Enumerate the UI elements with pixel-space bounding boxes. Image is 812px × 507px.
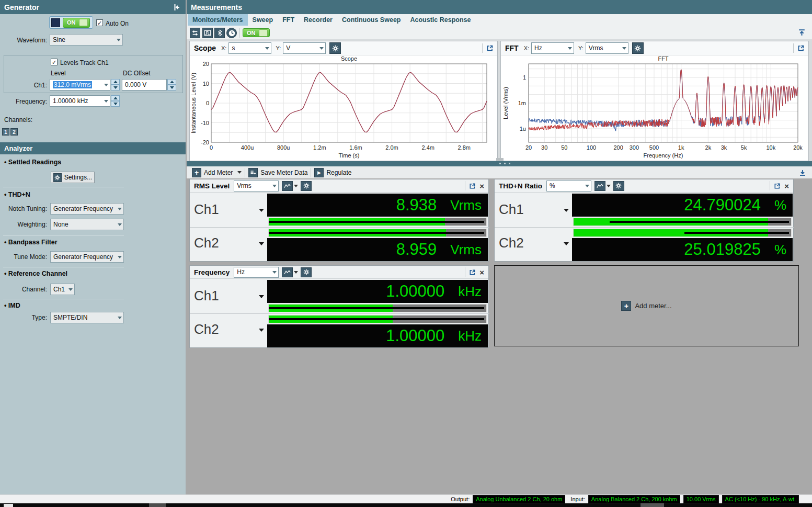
- meter-style-icon[interactable]: [282, 181, 293, 191]
- chevron-down-icon: [272, 271, 277, 274]
- thdn-ch2-dropdown-icon[interactable]: [564, 242, 569, 245]
- svg-text:5k: 5k: [741, 144, 747, 151]
- dc-offset-field[interactable]: 0.000 V: [122, 79, 167, 91]
- save-meter-data-button[interactable]: Save Meter Data: [245, 167, 311, 178]
- settled-settings-button[interactable]: Settings...: [51, 172, 95, 183]
- frequency-ch1-dropdown-icon[interactable]: [259, 295, 264, 298]
- level-spinner[interactable]: [111, 79, 120, 91]
- generator-header: Generator: [0, 0, 186, 14]
- frequency-ch1-display: 1.00000 kHz: [267, 280, 488, 303]
- tune-mode-select[interactable]: Generator Frequency: [50, 251, 124, 263]
- add-meter-button[interactable]: + Add Meter: [189, 167, 245, 178]
- imd-type-select[interactable]: SMPTE/DIN: [50, 312, 124, 323]
- chevron-down-icon[interactable]: [294, 185, 298, 187]
- export-down-icon[interactable]: [798, 168, 807, 177]
- frequency-close-icon[interactable]: ×: [479, 268, 484, 276]
- tab-continuous-sweep[interactable]: Continuous Sweep: [337, 14, 406, 26]
- frequency-ch2-dropdown-icon[interactable]: [259, 329, 264, 332]
- save-data-icon: [248, 168, 258, 177]
- collapse-panel-icon[interactable]: [173, 3, 181, 12]
- thdn-close-icon[interactable]: ×: [784, 182, 789, 190]
- scope-settings-gear-icon[interactable]: [329, 42, 341, 54]
- rms-meter-title: RMS Level: [194, 182, 230, 190]
- svg-text:0: 0: [210, 144, 213, 151]
- channel-2-button[interactable]: 2: [10, 128, 18, 136]
- tab-fft[interactable]: FFT: [278, 14, 299, 26]
- fft-y-select[interactable]: Vrms: [586, 42, 628, 54]
- fft-chart[interactable]: FFT11m1u2030501002003005001k2k3k5k10k20k…: [501, 55, 809, 161]
- rms-unit-select[interactable]: Vrms: [234, 181, 279, 191]
- taskbar-edge: [0, 503, 812, 507]
- divider: [190, 227, 489, 228]
- rms-settings-gear-icon[interactable]: [301, 181, 312, 191]
- chevron-down-icon: [118, 208, 122, 210]
- regulate-button[interactable]: ▶ Regulate: [311, 167, 354, 178]
- auto-on-checkbox[interactable]: ✓: [96, 19, 103, 26]
- frequency-ch2-value: 1.00000: [386, 326, 444, 345]
- generator-off-button[interactable]: [51, 18, 60, 27]
- fft-x-select[interactable]: Hz: [531, 42, 574, 54]
- scope-y-select[interactable]: V: [283, 42, 326, 54]
- tab-monitors-meters[interactable]: Monitors/Meters: [188, 14, 248, 26]
- rms-ch1-dropdown-icon[interactable]: [259, 209, 264, 212]
- chevron-down-icon: [568, 47, 572, 50]
- scope-popout-icon[interactable]: [486, 44, 494, 52]
- svg-text:300: 300: [630, 144, 639, 151]
- input-filter-badge[interactable]: AC (<10 Hz) - 90 kHz, A-wt.: [722, 495, 799, 503]
- output-config-badge[interactable]: Analog Unbalanced 2 Ch, 20 ohm: [473, 495, 565, 503]
- splitter-notch[interactable]: [496, 158, 504, 161]
- rms-popout-icon[interactable]: [468, 182, 476, 190]
- frequency-popout-icon[interactable]: [468, 268, 476, 276]
- frequency-combo[interactable]: 1.00000 kHz: [50, 95, 110, 107]
- input-config-badge[interactable]: Analog Balanced 2 Ch, 200 kohm: [588, 495, 680, 503]
- thdn-ch1-dropdown-icon[interactable]: [564, 209, 569, 212]
- frequency-settings-gear-icon[interactable]: [301, 267, 312, 277]
- tab-recorder[interactable]: Recorder: [299, 14, 337, 26]
- chevron-down-icon[interactable]: [607, 185, 611, 187]
- frequency-meter-panel: Frequency Hz × Ch1 1.00000 kHz Ch2 1.000…: [189, 265, 489, 348]
- meter-style-icon[interactable]: [594, 181, 605, 191]
- channel-1-button[interactable]: 1: [2, 128, 9, 136]
- scope-x-select[interactable]: s: [228, 42, 271, 54]
- ref-channel-select[interactable]: Ch1: [50, 284, 75, 295]
- thdn-unit-select[interactable]: %: [546, 181, 591, 191]
- thdn-unit-value: %: [550, 182, 555, 189]
- rms-close-icon[interactable]: ×: [479, 182, 484, 190]
- thdn-popout-icon[interactable]: [773, 182, 781, 190]
- svg-text:-10: -10: [201, 120, 209, 126]
- svg-text:1u: 1u: [520, 126, 526, 132]
- rms-unit-value: Vrms: [237, 182, 251, 189]
- frequency-unit-select[interactable]: Hz: [234, 267, 279, 278]
- scope-chart[interactable]: Scope20100-10-200400u800u1.2m1.6m2.0m2.4…: [190, 55, 498, 161]
- clock-icon[interactable]: [226, 28, 237, 38]
- chevron-down-icon[interactable]: [294, 271, 298, 274]
- fft-settings-gear-icon[interactable]: [632, 42, 644, 54]
- tab-acoustic-response[interactable]: Acoustic Response: [405, 14, 475, 26]
- input-range-badge[interactable]: 10.00 Vrms: [683, 495, 719, 503]
- rms-ch2-dropdown-icon[interactable]: [259, 242, 264, 245]
- rms-ch1-display: 8.938 Vrms: [267, 194, 488, 217]
- splitter-handle[interactable]: [187, 161, 812, 166]
- waveform-select[interactable]: Sine: [50, 34, 123, 46]
- dc-offset-spinner[interactable]: [167, 79, 176, 91]
- meter-style-icon[interactable]: [282, 267, 293, 277]
- svg-text:1.2m: 1.2m: [313, 144, 326, 151]
- thdn-settings-gear-icon[interactable]: [613, 181, 624, 191]
- generator-on-toggle[interactable]: ON: [63, 18, 90, 28]
- fft-popout-icon[interactable]: [797, 44, 805, 52]
- levels-track-checkbox[interactable]: ✓: [51, 59, 58, 65]
- frequency-spinner[interactable]: [111, 95, 120, 107]
- tab-sweep[interactable]: Sweep: [248, 14, 278, 26]
- collapse-up-icon[interactable]: [797, 28, 806, 37]
- signal-monitor-icon[interactable]: [202, 28, 213, 38]
- level-column-label: Level: [51, 70, 66, 77]
- io-swap-icon[interactable]: [190, 28, 200, 38]
- notch-tuning-select[interactable]: Generator Frequency: [50, 203, 124, 215]
- add-meter-placeholder[interactable]: + Add meter...: [494, 265, 799, 346]
- level-combo[interactable]: 312.0 mVrms: [50, 79, 110, 91]
- analyzer-title: Analyzer: [4, 144, 32, 152]
- weighting-select[interactable]: None: [50, 219, 124, 230]
- measurement-on-toggle[interactable]: ON: [243, 28, 270, 37]
- chevron-down-icon: [117, 39, 121, 41]
- bluetooth-icon[interactable]: [214, 28, 225, 38]
